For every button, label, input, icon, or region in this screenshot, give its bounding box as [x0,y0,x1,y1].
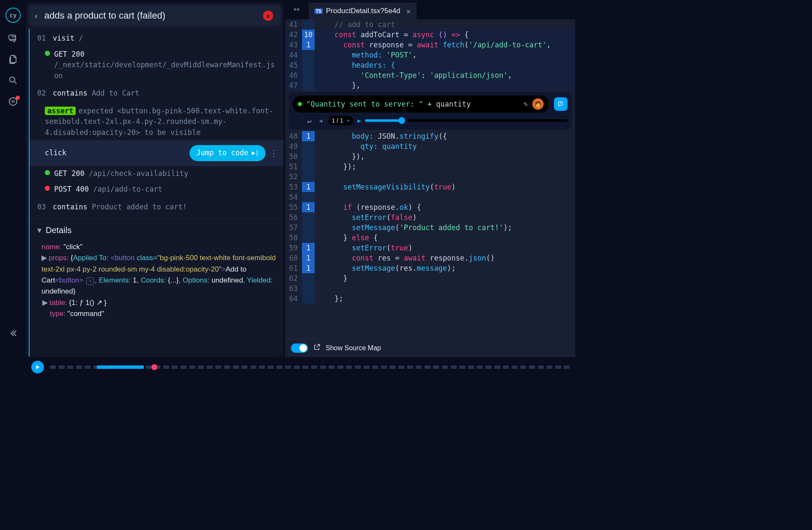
editor-footer: Show Source Map [285,339,575,357]
slider-thumb[interactable] [398,117,405,124]
log-row-get-avail[interactable]: GET 200 /api/check-availability [30,166,283,182]
console-log-insert: "Quantity sent to server: " + quantity ✎… [288,92,572,129]
value-slider[interactable] [365,119,568,122]
timeline-track[interactable] [50,365,573,369]
assert-row[interactable]: assertexpected <button.bg-pink-500.text-… [30,102,283,141]
jump-to-code-button[interactable]: Jump to code▶| [189,145,266,161]
open-external-icon[interactable] [313,343,321,353]
side-rail: cy [0,0,26,377]
log-row-post-cart[interactable]: POST 400 /api/add-to-cart [30,181,283,198]
command-row[interactable]: 03 contains Product added to cart! [30,198,283,215]
click-row[interactable]: click Jump to code▶| ⋮ [30,140,283,166]
return-icon: ↵ [305,116,313,125]
click-label: click [45,148,66,159]
details-body: name: "click" ▶props: {Applied To: <butt… [30,242,283,325]
command-log-body: 01 visit / GET 200 /_next/static/develop… [29,29,283,357]
status-dot-green [45,170,50,175]
notification-dot [16,96,20,100]
selector-icon[interactable]: ⁝⁝ [86,277,94,285]
svg-point-0 [10,77,15,82]
chat-icon[interactable] [7,32,19,44]
avatar: 🧑 [532,98,544,110]
test-title: adds a product to cart (failed) [44,10,165,21]
more-icon[interactable]: ⋮ [270,152,277,154]
play-button[interactable] [31,361,44,373]
assert-pill: assert [45,107,76,115]
page-indicator: 1 / 1 [332,117,343,124]
close-tab-icon[interactable]: × [404,7,411,16]
command-row[interactable]: 01 visit / [30,29,283,47]
back-icon[interactable]: ‹ [34,11,38,20]
search-icon[interactable] [7,74,19,86]
fail-badge[interactable]: x [263,11,273,21]
command-log-panel: ‹ adds a product to cart (failed) x 01 v… [26,3,283,357]
code-editor[interactable]: 41 // add to cart4210 const addToCart = … [285,19,575,339]
status-dot-red [45,186,50,191]
edit-icon[interactable]: ✎ [524,100,528,108]
code-panel: TS ProductDetail.tsx?5e4d × 41 // add to… [285,3,575,357]
source-map-toggle[interactable] [291,343,308,353]
ts-badge: TS [315,8,323,14]
editor-tab[interactable]: TS ProductDetail.tsx?5e4d × [309,3,417,19]
caret-down-icon: ▾ [37,224,41,236]
tab-nav-icon[interactable] [285,3,309,19]
expression-pill[interactable]: "Quantity sent to server: " + quantity ✎… [293,96,549,113]
prev-nav-icon[interactable]: ◀ [317,117,324,124]
log-row-get-manifest[interactable]: GET 200 /_next/static/development/_devMi… [30,47,283,84]
replay-icon[interactable] [7,96,19,107]
add-log-button[interactable] [554,97,568,111]
status-dot-green [45,51,50,56]
timeline-scrubber [26,357,578,377]
editor-tabs: TS ProductDetail.tsx?5e4d × [285,3,575,19]
expand-triangle-icon[interactable]: ▶ [42,299,48,307]
status-dot-green [298,102,302,106]
collapse-icon[interactable] [7,327,19,339]
command-row[interactable]: 02 contains Add to Cart [30,84,283,102]
expand-triangle-icon[interactable]: ▶ [41,254,47,262]
page-nav: 1 / 1 ▾ [328,116,353,125]
tab-filename: ProductDetail.tsx?5e4d [326,7,401,15]
source-map-label: Show Source Map [326,344,381,352]
timeline-marker[interactable] [151,364,157,370]
test-header: ‹ adds a product to cart (failed) x [29,5,281,26]
expression-text: "Quantity sent to server: " + quantity [306,100,471,108]
details-header[interactable]: ▾ Details [30,219,283,242]
cypress-logo: cy [5,8,21,23]
play-next-icon[interactable]: ▶ [357,117,361,124]
dropdown-icon[interactable]: ▾ [347,118,350,124]
jump-icon: ▶| [252,148,259,157]
files-icon[interactable] [7,53,19,65]
